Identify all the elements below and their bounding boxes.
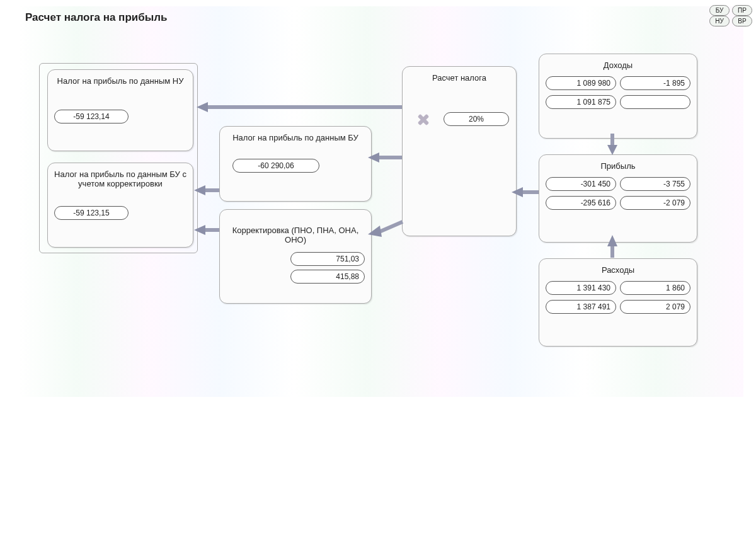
profit-nu: -295 616 <box>546 196 616 210</box>
income-nu: 1 091 875 <box>546 95 616 109</box>
card-tax-calc[interactable]: Расчет налога 20% <box>402 66 517 236</box>
page-title: Расчет налога на прибыль <box>25 11 168 24</box>
legend: БУ ПР НУ ВР <box>709 5 752 26</box>
profit-vr: -2 079 <box>620 196 690 210</box>
legend-pr: ПР <box>732 5 752 16</box>
tax-rate: 20% <box>444 112 509 126</box>
card-income-title: Доходы <box>546 60 690 70</box>
card-tax-nu-title: Налог на прибыль по данным НУ <box>54 76 186 86</box>
card-profit-title: Прибыль <box>546 161 690 171</box>
legend-nu: НУ <box>709 16 730 26</box>
card-tax-nu[interactable]: Налог на прибыль по данным НУ -59 123,14 <box>47 69 193 151</box>
adjustment-v1: 751,03 <box>290 252 365 266</box>
expense-vr: 2 079 <box>620 300 690 314</box>
card-profit[interactable]: Прибыль -301 450 -3 755 -295 616 -2 079 <box>539 154 697 243</box>
card-tax-bu-corrected[interactable]: Налог на прибыль по данным БУ с учетом к… <box>47 163 193 248</box>
card-adjustment[interactable]: Корректировка (ПНО, ПНА, ОНА, ОНО) 751,0… <box>219 209 372 304</box>
expense-bu: 1 391 430 <box>546 281 616 295</box>
card-tax-calc-title: Расчет налога <box>409 73 510 83</box>
income-pr: -1 895 <box>620 76 690 90</box>
tax-bu-value: -60 290,06 <box>232 159 319 173</box>
expense-nu: 1 387 491 <box>546 300 616 314</box>
card-tax-bu[interactable]: Налог на прибыль по данным БУ -60 290,06 <box>219 126 372 202</box>
card-tax-bu-title: Налог на прибыль по данным БУ <box>226 133 365 142</box>
income-bu: 1 089 980 <box>546 76 616 90</box>
legend-vr: ВР <box>732 16 752 26</box>
adjustment-v2: 415,88 <box>290 270 365 284</box>
card-tax-bu-corrected-title: Налог на прибыль по данным БУ с учетом к… <box>54 169 186 188</box>
multiply-icon <box>415 111 432 127</box>
card-income[interactable]: Доходы 1 089 980 -1 895 1 091 875 <box>539 54 697 139</box>
income-vr <box>620 95 690 109</box>
card-expense[interactable]: Расходы 1 391 430 1 860 1 387 491 2 079 <box>539 258 697 347</box>
expense-pr: 1 860 <box>620 281 690 295</box>
card-expense-title: Расходы <box>546 265 690 275</box>
tax-nu-value: -59 123,14 <box>54 110 129 123</box>
legend-bu: БУ <box>709 5 730 16</box>
card-adjustment-title: Корректировка (ПНО, ПНА, ОНА, ОНО) <box>226 216 365 244</box>
profit-bu: -301 450 <box>546 177 616 191</box>
profit-pr: -3 755 <box>620 177 690 191</box>
tax-bu-corrected-value: -59 123,15 <box>54 206 129 220</box>
